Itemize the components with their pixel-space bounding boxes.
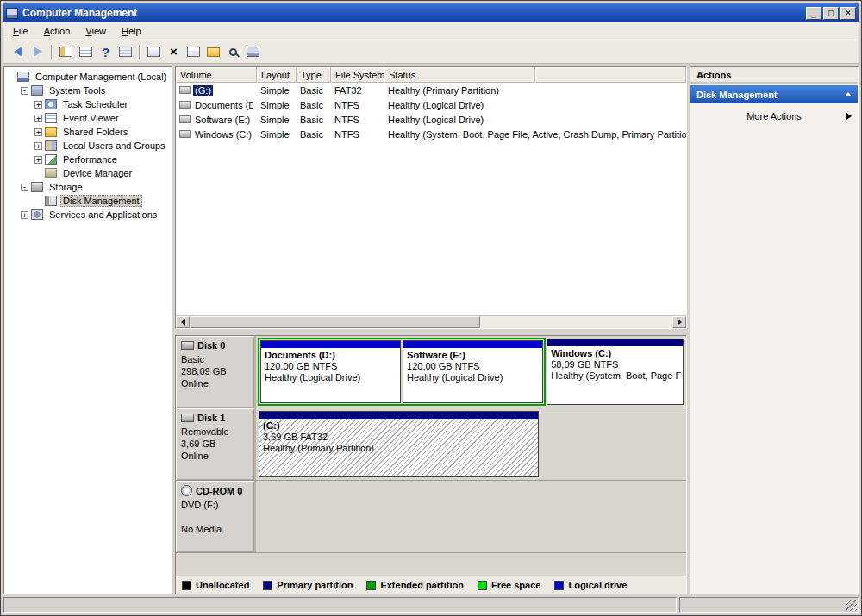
status-field-main	[3, 597, 677, 613]
scroll-thumb[interactable]	[191, 316, 480, 328]
file-system-cell: NTFS	[331, 100, 384, 110]
partition-windows-c[interactable]: Windows (C:)58,09 GB NTFSHealthy (System…	[547, 339, 684, 405]
refresh-icon	[147, 47, 160, 57]
tree-item-storage[interactable]: -Storage	[4, 180, 172, 194]
collapse-icon[interactable]: -	[21, 87, 28, 95]
menu-bar: FileActionViewHelp	[3, 22, 859, 40]
status-cell: Healthy (System, Boot, Page File, Active…	[384, 129, 686, 140]
minimize-button[interactable]: _	[806, 7, 821, 20]
menu-file[interactable]: File	[5, 23, 36, 39]
tree-item-performance[interactable]: +Performance	[4, 152, 172, 166]
column-header-status[interactable]: Status	[384, 67, 535, 83]
legend-label: Free space	[491, 580, 540, 590]
scroll-right-button[interactable]	[672, 316, 686, 328]
volume-cell: Documents (D:)	[176, 100, 257, 110]
more-actions-item[interactable]: More Actions	[690, 107, 858, 126]
column-header-volume[interactable]: Volume	[176, 67, 257, 83]
window-title: Computer Management	[22, 7, 804, 19]
menu-action[interactable]: Action	[36, 23, 78, 39]
volume-list-panel: VolumeLayoutTypeFile SystemStatus (G:)Si…	[175, 66, 687, 329]
manage-button[interactable]	[243, 42, 263, 61]
disk-label-disk-1[interactable]: Disk 1Removable3,69 GBOnline	[176, 408, 256, 480]
volume-row-g[interactable]: (G:)SimpleBasicFAT32Healthy (Primary Par…	[176, 83, 686, 97]
menu-view[interactable]: View	[78, 23, 114, 39]
close-button[interactable]: ×	[840, 7, 856, 20]
expand-icon[interactable]: +	[21, 211, 28, 219]
tree-item-computer-management-local[interactable]: Computer Management (Local)	[4, 70, 172, 84]
delete-button[interactable]: ×	[164, 42, 184, 61]
expand-icon[interactable]: +	[34, 142, 42, 150]
partition-label: Software (E:)	[407, 350, 539, 361]
file-system-cell: NTFS	[331, 115, 384, 125]
tree-item-local-users-and-groups[interactable]: +Local Users and Groups	[4, 139, 172, 152]
find-button[interactable]	[223, 42, 243, 61]
scheduler-icon	[45, 99, 57, 109]
list-view-button[interactable]	[116, 42, 135, 61]
export-list-button[interactable]	[76, 42, 96, 61]
tree-item-task-scheduler[interactable]: +Task Scheduler	[4, 97, 172, 111]
partition-g[interactable]: (G:)3,69 GB FAT32Healthy (Primary Partit…	[259, 411, 539, 477]
legend-logical-drive: Logical drive	[554, 580, 627, 590]
main-area: Computer Management (Local)-System Tools…	[3, 64, 859, 594]
properties-icon	[187, 47, 200, 57]
disk-label-cd-rom-0[interactable]: CD-ROM 0DVD (F:) No Media	[176, 481, 256, 552]
collapse-icon[interactable]: -	[21, 184, 28, 191]
volume-row-software-e[interactable]: Software (E:)SimpleBasicNTFSHealthy (Log…	[176, 112, 686, 127]
tree-item-disk-management[interactable]: Disk Management	[4, 194, 172, 208]
status-bar	[3, 597, 859, 613]
partition-color-bar	[259, 412, 538, 419]
disk-title: CD-ROM 0	[181, 485, 249, 496]
pane-splitter[interactable]	[175, 329, 687, 335]
scroll-left-button[interactable]	[176, 316, 190, 328]
disk-info-line: DVD (F:)	[181, 499, 249, 511]
tree-item-label: Local Users and Groups	[60, 140, 168, 152]
help-button[interactable]: ?	[96, 42, 116, 61]
refresh-button[interactable]	[144, 42, 164, 61]
show-tree-button[interactable]	[56, 42, 76, 61]
open-button[interactable]	[203, 42, 223, 61]
scroll-left-icon	[181, 319, 185, 326]
column-header-layout[interactable]: Layout	[257, 67, 297, 83]
expand-icon[interactable]: +	[34, 128, 42, 136]
column-header-file-system[interactable]: File System	[331, 67, 384, 83]
volume-row-windows-c[interactable]: Windows (C:)SimpleBasicNTFSHealthy (Syst…	[176, 127, 686, 141]
properties-button[interactable]	[184, 42, 203, 61]
disk-info-line: Removable	[181, 426, 249, 438]
tree-item-event-viewer[interactable]: +Event Viewer	[4, 111, 172, 125]
volume-row-documents-d[interactable]: Documents (D:)SimpleBasicNTFSHealthy (Lo…	[176, 97, 686, 112]
tree-item-label: Computer Management (Local)	[33, 71, 169, 83]
tree-item-shared-folders[interactable]: +Shared Folders	[4, 125, 172, 139]
layout-cell: Simple	[257, 115, 297, 125]
type-cell: Basic	[297, 100, 331, 110]
tree-item-services-and-applications[interactable]: +Services and Applications	[4, 208, 172, 221]
drive-icon	[179, 101, 191, 109]
partition-documents-d[interactable]: Documents (D:)120,00 GB NTFSHealthy (Log…	[260, 340, 401, 403]
partition-software-e[interactable]: Software (E:)120,00 GB NTFSHealthy (Logi…	[403, 340, 543, 403]
resize-grip[interactable]	[846, 600, 857, 611]
partition-info: (G:)3,69 GB FAT32Healthy (Primary Partit…	[259, 419, 538, 476]
title-bar[interactable]: Computer Management _ □ ×	[3, 3, 859, 22]
back-button[interactable]	[8, 42, 28, 61]
graphical-view-panel: Disk 0Basic298,09 GBOnlineDocuments (D:)…	[175, 335, 687, 594]
actions-pane: Actions Disk Management More Actions	[690, 66, 859, 594]
tree-item-system-tools[interactable]: -System Tools	[4, 84, 172, 97]
tree-item-device-manager[interactable]: Device Manager	[4, 166, 172, 180]
disk-info-line: Online	[181, 377, 249, 389]
disk-label-disk-0[interactable]: Disk 0Basic298,09 GBOnline	[176, 336, 256, 408]
forward-button[interactable]	[28, 42, 47, 61]
expand-icon[interactable]: +	[34, 101, 42, 109]
column-header-type[interactable]: Type	[297, 67, 331, 83]
volume-name: Documents (D:)	[193, 100, 253, 110]
status-cell: Healthy (Primary Partition)	[384, 85, 686, 96]
scroll-track[interactable]	[190, 316, 672, 328]
maximize-button[interactable]: □	[823, 7, 839, 20]
expand-icon[interactable]: +	[34, 115, 42, 122]
show-tree-icon	[59, 47, 72, 57]
tree-item-label: Shared Folders	[60, 126, 130, 138]
actions-section-disk-management[interactable]: Disk Management	[690, 85, 858, 103]
expand-icon[interactable]: +	[34, 156, 42, 164]
tree-item-label: Services and Applications	[47, 208, 159, 221]
disk-row-cd-rom-0: CD-ROM 0DVD (F:) No Media	[176, 481, 686, 553]
horizontal-scrollbar[interactable]	[176, 315, 686, 328]
menu-help[interactable]: Help	[114, 23, 149, 39]
